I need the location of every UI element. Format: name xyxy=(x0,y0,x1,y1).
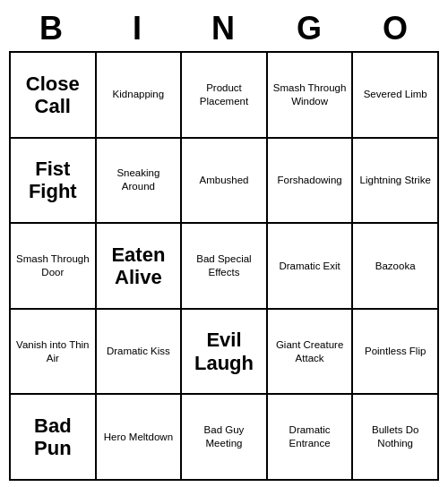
cell-label-2: Product Placement xyxy=(185,81,263,108)
bingo-cell-21[interactable]: Hero Meltdown xyxy=(97,395,183,481)
cell-label-0: Close Call xyxy=(14,73,91,118)
cell-label-16: Dramatic Kiss xyxy=(107,345,170,358)
bingo-cell-20[interactable]: Bad Pun xyxy=(11,395,97,481)
bingo-letter-i: I xyxy=(95,6,181,51)
cell-label-12: Bad Special Effects xyxy=(185,252,263,279)
cell-label-20: Bad Pun xyxy=(14,414,91,460)
bingo-cell-19[interactable]: Pointless Flip xyxy=(353,310,439,396)
bingo-cell-23[interactable]: Dramatic Entrance xyxy=(268,395,354,481)
cell-label-17: Evil Laugh xyxy=(185,329,263,374)
cell-label-6: Sneaking Around xyxy=(100,167,177,193)
cell-label-11: Eaten Alive xyxy=(100,244,177,289)
bingo-cell-4[interactable]: Severed Limb xyxy=(353,53,439,139)
bingo-cell-10[interactable]: Smash Through Door xyxy=(11,224,97,310)
cell-label-13: Dramatic Exit xyxy=(279,260,340,273)
cell-label-18: Giant Creature Attack xyxy=(271,338,349,365)
bingo-letter-b: B xyxy=(9,6,95,51)
bingo-cell-14[interactable]: Bazooka xyxy=(353,224,439,310)
bingo-cell-22[interactable]: Bad Guy Meeting xyxy=(182,395,268,481)
bingo-cell-0[interactable]: Close Call xyxy=(11,53,97,139)
cell-label-1: Kidnapping xyxy=(113,88,165,101)
bingo-cell-9[interactable]: Lightning Strike xyxy=(353,139,439,225)
bingo-cell-17[interactable]: Evil Laugh xyxy=(182,310,268,396)
cell-label-5: Fist Fight xyxy=(14,158,91,203)
bingo-cell-5[interactable]: Fist Fight xyxy=(11,139,97,225)
bingo-card: BINGO Close CallKidnappingProduct Placem… xyxy=(9,6,439,481)
cell-label-21: Hero Meltdown xyxy=(104,431,173,444)
bingo-letter-g: G xyxy=(267,6,353,51)
cell-label-4: Severed Limb xyxy=(364,88,427,101)
bingo-cell-6[interactable]: Sneaking Around xyxy=(97,139,183,225)
bingo-cell-15[interactable]: Vanish into Thin Air xyxy=(11,310,97,396)
bingo-cell-13[interactable]: Dramatic Exit xyxy=(268,224,354,310)
bingo-header: BINGO xyxy=(9,6,439,51)
bingo-cell-7[interactable]: Ambushed xyxy=(182,139,268,225)
cell-label-22: Bad Guy Meeting xyxy=(185,423,263,450)
bingo-letter-o: O xyxy=(353,6,439,51)
cell-label-9: Lightning Strike xyxy=(360,174,431,187)
cell-label-10: Smash Through Door xyxy=(14,252,91,279)
cell-label-15: Vanish into Thin Air xyxy=(14,338,91,365)
cell-label-23: Dramatic Entrance xyxy=(271,423,349,450)
bingo-grid: Close CallKidnappingProduct PlacementSma… xyxy=(9,51,439,481)
bingo-cell-11[interactable]: Eaten Alive xyxy=(97,224,183,310)
bingo-letter-n: N xyxy=(181,6,267,51)
bingo-cell-8[interactable]: Forshadowing xyxy=(268,139,354,225)
bingo-cell-3[interactable]: Smash Through Window xyxy=(268,53,354,139)
bingo-cell-12[interactable]: Bad Special Effects xyxy=(182,224,268,310)
bingo-cell-16[interactable]: Dramatic Kiss xyxy=(97,310,183,396)
cell-label-8: Forshadowing xyxy=(277,174,341,187)
cell-label-24: Bullets Do Nothing xyxy=(357,423,434,450)
bingo-cell-24[interactable]: Bullets Do Nothing xyxy=(353,395,439,481)
bingo-cell-2[interactable]: Product Placement xyxy=(182,53,268,139)
bingo-cell-1[interactable]: Kidnapping xyxy=(97,53,183,139)
cell-label-7: Ambushed xyxy=(200,174,249,187)
bingo-cell-18[interactable]: Giant Creature Attack xyxy=(268,310,354,396)
cell-label-14: Bazooka xyxy=(375,260,416,273)
cell-label-3: Smash Through Window xyxy=(271,81,349,108)
cell-label-19: Pointless Flip xyxy=(365,345,426,358)
